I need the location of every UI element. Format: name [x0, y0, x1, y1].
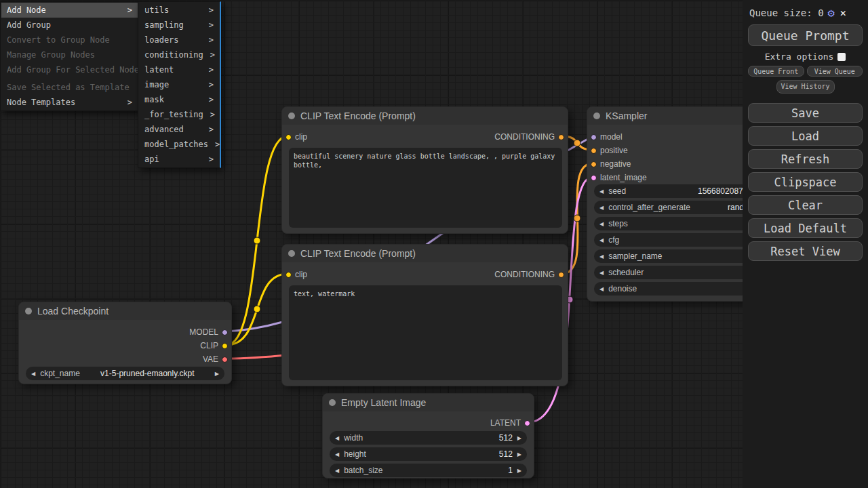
clear-button[interactable]: Clear — [748, 195, 863, 215]
widget-height[interactable]: ◀ height 512 ▶ — [330, 447, 527, 461]
prev-arrow-icon[interactable]: ◀ — [31, 371, 35, 377]
widget-value: 512 — [499, 449, 513, 459]
node-graph-canvas[interactable]: CLIP Text Encode (Prompt) clip CONDITION… — [0, 0, 868, 488]
submenu-arrow-icon: > — [127, 3, 132, 18]
menu-item-label: advanced — [144, 122, 184, 137]
queue-prompt-button[interactable]: Queue Prompt — [748, 24, 863, 46]
output-port-conditioning[interactable] — [558, 272, 564, 278]
clipspace-button[interactable]: Clipspace — [748, 172, 863, 192]
load-default-button[interactable]: Load Default — [748, 218, 863, 238]
submenu-arrow-icon: > — [209, 77, 214, 92]
submenu-arrow-icon: > — [209, 62, 214, 77]
submenu-item-conditioning[interactable]: conditioning > — [139, 47, 219, 62]
queue-actions-row: Queue Front View Queue — [748, 66, 863, 77]
increment-arrow-icon[interactable]: ▶ — [517, 451, 521, 458]
node-empty-latent-image[interactable]: Empty Latent Image LATENT ◀ width 512 ▶ … — [322, 393, 534, 479]
widget-group: ◀ width 512 ▶ ◀ height 512 ▶ ◀ batch_siz… — [330, 431, 527, 480]
output-port-model[interactable] — [222, 329, 228, 336]
menu-item-label: loaders — [144, 33, 179, 47]
menu-item-label: latent — [144, 62, 174, 77]
output-label: CLIP — [200, 341, 218, 350]
decrement-arrow-icon[interactable]: ◀ — [599, 188, 604, 195]
input-port-latent-image[interactable] — [591, 175, 597, 181]
input-port-positive[interactable] — [591, 148, 597, 154]
output-label: MODEL — [189, 327, 218, 337]
submenu-item-utils[interactable]: utils > — [139, 3, 219, 18]
menu-item-label: api — [144, 152, 159, 167]
decrement-arrow-icon[interactable]: ◀ — [599, 221, 604, 227]
submenu-arrow-icon: > — [127, 95, 132, 110]
decrement-arrow-icon[interactable]: ◀ — [599, 237, 604, 243]
input-port-clip[interactable] — [285, 272, 292, 278]
collapse-dot-icon[interactable] — [288, 113, 295, 119]
menu-item-label: _for_testing — [144, 107, 203, 122]
submenu-item-image[interactable]: image > — [139, 77, 219, 92]
widget-batch-size[interactable]: ◀ batch_size 1 ▶ — [330, 464, 527, 477]
menu-item-node-templates[interactable]: Node Templates > — [1, 95, 138, 110]
decrement-arrow-icon[interactable]: ◀ — [335, 468, 339, 474]
node-clip-text-encode-negative[interactable]: CLIP Text Encode (Prompt) clip CONDITION… — [281, 244, 568, 386]
extra-options-checkbox[interactable] — [837, 53, 846, 61]
wire-midpoint-dot — [574, 215, 580, 222]
prompt-textarea[interactable]: text, watermark — [289, 285, 562, 380]
node-title: Empty Latent Image — [341, 397, 426, 408]
menu-item-add-node[interactable]: Add Node > — [1, 3, 138, 18]
output-port-latent[interactable] — [524, 420, 530, 426]
node-load-checkpoint[interactable]: Load Checkpoint MODEL CLIP VAE ◀ ckpt_na… — [18, 302, 232, 384]
decrement-arrow-icon[interactable]: ◀ — [599, 286, 604, 292]
increment-arrow-icon[interactable]: ▶ — [517, 468, 521, 474]
menu-item-label: utils — [144, 3, 169, 18]
submenu-item-for-testing[interactable]: _for_testing > — [139, 107, 219, 122]
widget-ckpt-name[interactable]: ◀ ckpt_name v1-5-pruned-emaonly.ckpt ▶ — [26, 367, 224, 380]
settings-gear-icon[interactable]: ⚙ — [828, 8, 835, 18]
submenu-item-loaders[interactable]: loaders > — [139, 33, 219, 47]
view-queue-button[interactable]: View Queue — [807, 66, 863, 77]
submenu-item-advanced[interactable]: advanced > — [139, 122, 219, 137]
input-port-model[interactable] — [591, 134, 597, 140]
menu-item-label: Convert to Group Node — [7, 33, 110, 47]
load-button[interactable]: Load — [748, 126, 863, 146]
decrement-arrow-icon[interactable]: ◀ — [335, 435, 339, 441]
decrement-arrow-icon[interactable]: ◀ — [599, 270, 604, 276]
decrement-arrow-icon[interactable]: ◀ — [335, 451, 339, 458]
menu-item-manage-group-nodes: Manage Group Nodes — [1, 47, 138, 62]
refresh-button[interactable]: Refresh — [748, 149, 863, 169]
output-port-conditioning[interactable] — [558, 134, 564, 140]
output-label: CONDITIONING — [494, 132, 555, 142]
next-arrow-icon[interactable]: ▶ — [215, 371, 219, 377]
close-icon[interactable]: ✕ — [840, 7, 846, 19]
decrement-arrow-icon[interactable]: ◀ — [599, 205, 604, 211]
queue-size-label: Queue size: 0 — [749, 7, 824, 18]
collapse-dot-icon[interactable] — [593, 113, 600, 119]
node-title-bar[interactable]: CLIP Text Encode (Prompt) — [282, 245, 568, 262]
node-title-bar[interactable]: Empty Latent Image — [323, 394, 534, 411]
output-port-clip[interactable] — [222, 343, 228, 349]
decrement-arrow-icon[interactable]: ◀ — [599, 253, 604, 260]
collapse-dot-icon[interactable] — [25, 308, 32, 314]
queue-front-button[interactable]: Queue Front — [748, 66, 804, 77]
submenu-item-sampling[interactable]: sampling > — [139, 18, 219, 33]
node-title-bar[interactable]: CLIP Text Encode (Prompt) — [282, 107, 568, 125]
submenu-item-model-patches[interactable]: model_patches > — [139, 137, 219, 152]
save-button[interactable]: Save — [748, 103, 863, 123]
input-port-negative[interactable] — [591, 161, 597, 167]
node-clip-text-encode-positive[interactable]: CLIP Text Encode (Prompt) clip CONDITION… — [281, 106, 568, 234]
reset-view-button[interactable]: Reset View — [748, 241, 863, 261]
collapse-dot-icon[interactable] — [288, 250, 295, 257]
prompt-textarea[interactable]: beautiful scenery nature glass bottle la… — [289, 148, 562, 228]
widget-value: 1 — [508, 466, 513, 475]
menu-item-add-group[interactable]: Add Group — [1, 18, 138, 33]
output-port-vae[interactable] — [222, 357, 228, 363]
node-title-bar[interactable]: Load Checkpoint — [19, 302, 231, 320]
input-label: clip — [295, 270, 307, 279]
submenu-item-mask[interactable]: mask > — [139, 92, 219, 107]
increment-arrow-icon[interactable]: ▶ — [517, 435, 521, 441]
submenu-item-api[interactable]: api > — [139, 152, 219, 167]
widget-value: 1566802087 — [698, 186, 743, 196]
view-history-button[interactable]: View History — [776, 80, 835, 94]
input-port-clip[interactable] — [285, 134, 292, 140]
collapse-dot-icon[interactable] — [329, 399, 336, 406]
widget-width[interactable]: ◀ width 512 ▶ — [330, 431, 527, 445]
comfyui-workspace: CLIP Text Encode (Prompt) clip CONDITION… — [0, 0, 868, 488]
submenu-item-latent[interactable]: latent > — [139, 62, 219, 77]
